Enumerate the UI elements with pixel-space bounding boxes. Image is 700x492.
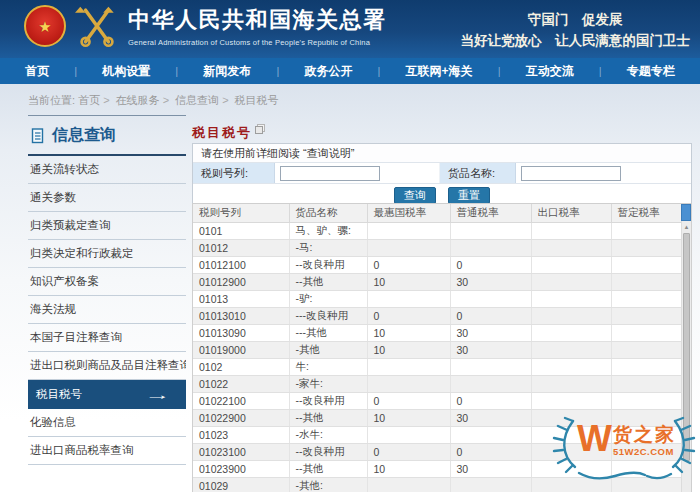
table-cell [531,444,611,461]
nav-separator: | [498,65,501,77]
sidebar: 信息查询 通关流转状态通关参数归类预裁定查询归类决定和行政裁定知识产权备案海关法… [28,115,186,465]
table-cell: 01029 [193,478,289,492]
table-cell [531,291,611,308]
nav-separator: | [378,65,381,77]
table-cell [611,461,682,478]
table-row: 01013-驴: [193,291,682,308]
sidebar-item-1[interactable]: 通关参数 [28,184,186,212]
slogan-line1: 守国门 促发展 [461,10,691,31]
table-cell: 01013010 [193,308,289,325]
nav-item-5[interactable]: 互动交流 [526,63,574,80]
table-cell: ---其他 [289,325,367,342]
nav-item-4[interactable]: 互联网+海关 [406,63,473,80]
table-cell: 0 [450,257,531,274]
sidebar-item-8[interactable]: 税目税号→ [28,380,186,409]
sidebar-item-7[interactable]: 进出口税则商品及品目注释查询 [28,352,186,380]
table-cell [450,478,531,492]
scroll-up-icon[interactable]: ▲ [682,221,691,233]
sidebar-item-label: 进出口商品税率查询 [30,444,134,456]
table-cell [531,410,611,427]
breadcrumb-item-2[interactable]: 信息查询 [172,94,219,106]
table-cell [611,257,682,274]
breadcrumb-item-3[interactable]: 税目税号 [232,94,279,106]
nav-item-0[interactable]: 首页 [25,63,49,80]
table-cell: 0 [450,308,531,325]
column-header: 税则号列 [193,204,289,223]
tariff-no-cell [275,163,440,183]
site-header: ★ 中华人民共和国海关总署 General Administration of … [0,0,700,58]
main-content: 税目税号 请在使用前详细阅读 “查询说明” 税则号列: 货品名称: 查询 重置 [192,126,692,207]
table-cell [531,274,611,291]
table-row: 01022100--改良种用00 [193,393,682,410]
nav-item-2[interactable]: 新闻发布 [203,63,251,80]
sidebar-item-3[interactable]: 归类决定和行政裁定 [28,240,186,268]
table-cell: -马: [289,240,367,257]
table-cell [531,461,611,478]
search-button[interactable]: 查询 [394,187,436,204]
nav-separator: | [276,65,279,77]
table-cell [531,478,611,492]
table-row: 01012100--改良种用00 [193,257,682,274]
nav-item-6[interactable]: 专题专栏 [627,63,675,80]
table-row: 01022-家牛: [193,376,682,393]
reset-button[interactable]: 重置 [448,187,490,204]
table-cell: 30 [450,325,531,342]
nav-item-1[interactable]: 机构设置 [102,63,150,80]
breadcrumb-separator: > [103,94,109,106]
table-cell: 01012900 [193,274,289,291]
table-cell [531,223,611,240]
page-copy-icon[interactable] [255,124,264,133]
breadcrumb-item-1[interactable]: 在线服务 [113,94,160,106]
sidebar-item-5[interactable]: 海关法规 [28,296,186,324]
table-cell: -家牛: [289,376,367,393]
customs-key-icon [75,3,119,49]
table-cell [611,478,682,492]
sidebar-item-label: 进出口税则商品及品目注释查询 [30,359,186,371]
tariff-no-input[interactable] [280,166,380,181]
sidebar-item-2[interactable]: 归类预裁定查询 [28,212,186,240]
table-cell: 01023900 [193,461,289,478]
table-cell: 0101 [193,223,289,240]
table-cell [367,427,450,444]
table-row: 01013010---改良种用00 [193,308,682,325]
table-cell [611,325,682,342]
site-title-block: 中华人民共和国海关总署 General Administration of Cu… [128,5,387,47]
table-cell: 01022900 [193,410,289,427]
table-cell: 0 [450,393,531,410]
sidebar-item-4[interactable]: 知识产权备案 [28,268,186,296]
table-cell: 0102 [193,359,289,376]
table-cell: 0 [367,308,450,325]
sidebar-item-0[interactable]: 通关流转状态 [28,156,186,184]
goods-name-input[interactable] [521,166,621,181]
sidebar-item-label: 归类预裁定查询 [30,219,111,231]
sidebar-item-label: 通关参数 [30,191,76,203]
table-row: 01023900--其他1030 [193,461,682,478]
sidebar-item-10[interactable]: 进出口商品税率查询 [28,437,186,465]
nav-separator: | [599,65,602,77]
scrollbar-track[interactable]: ▲ [681,221,691,492]
table-cell [531,342,611,359]
table-cell [531,376,611,393]
sidebar-item-9[interactable]: 化验信息 [28,409,186,437]
page-title-row: 税目税号 [192,126,692,140]
column-header: 出口税率 [531,204,611,223]
main-nav: 首页|机构设置|新闻发布|政务公开|互联网+海关|互动交流|专题专栏 [0,58,700,84]
breadcrumb-prefix: 当前位置: [28,94,75,106]
table-cell [531,359,611,376]
breadcrumb-item-0[interactable]: 首页 [78,94,100,106]
scrollbar-thumb[interactable] [683,233,690,461]
table-cell: -其他: [289,478,367,492]
table-cell [611,376,682,393]
table-header-row: 税则号列货品名称最惠国税率普通税率出口税率暂定税率 [193,204,682,223]
table-cell: 30 [450,461,531,478]
column-header: 普通税率 [450,204,531,223]
table-cell: 马、驴、骡: [289,223,367,240]
nav-item-3[interactable]: 政务公开 [304,63,352,80]
page: ★ 中华人民共和国海关总署 General Administration of … [0,0,700,492]
table-row: 01029-其他: [193,478,682,492]
table-cell: --改良种用 [289,444,367,461]
sidebar-item-6[interactable]: 本国子目注释查询 [28,324,186,352]
breadcrumb-separator: > [163,94,169,106]
table-scrollbar[interactable]: ▲ [681,204,691,492]
table-cell: 01019000 [193,342,289,359]
